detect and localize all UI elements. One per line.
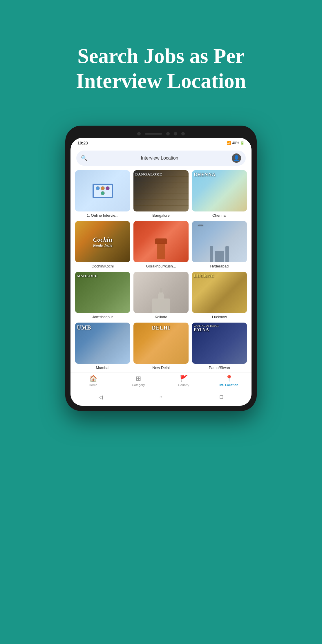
nav-item-int-location[interactable]: 📍 Int. Location [206, 375, 252, 387]
city-bg-online [75, 170, 130, 211]
city-image-lucknow: LUCKNC [192, 272, 247, 313]
nav-item-country[interactable]: 🚩 Country [161, 375, 206, 387]
city-bg-gorakhpur [133, 221, 188, 262]
country-label: Country [178, 383, 189, 387]
city-bg-kolkata [133, 272, 188, 313]
city-image-mumbai: UMB [75, 323, 130, 364]
city-image-hyderabad: ≈≈≈≈ [192, 221, 247, 262]
patna-overlay: CAPITAL OF BIHAR PATNA [194, 324, 219, 332]
city-image-gorakhpur [133, 221, 188, 262]
city-overlay-bangalore: BANGALORE [135, 172, 162, 177]
recents-button[interactable]: □ [217, 393, 225, 401]
city-label: Hyderabad [210, 264, 229, 268]
list-item[interactable]: MSHEDPU Jamshedpur [75, 272, 130, 319]
city-label: Lucknow [212, 315, 227, 319]
camera-hole [137, 132, 141, 135]
birds-icon: ≈≈≈≈ [198, 224, 203, 227]
city-bg-jamshedpur: MSHEDPU [75, 272, 130, 313]
camera-hole-3 [174, 132, 177, 135]
phone-outer: 10:23 📶 40% 🔋 🔍 Interview Location 👤 [65, 126, 257, 411]
city-label: Jamshedpur [92, 315, 113, 319]
city-image-jamshedpur: MSHEDPU [75, 272, 130, 313]
avatar [101, 186, 105, 190]
header-section: Search Jobs as Per Interview Location [0, 0, 322, 126]
city-overlay-newdelhi: DELHI [152, 325, 170, 331]
city-label: Bangalore [152, 213, 169, 218]
city-image-bangalore: BANGALORE [133, 170, 188, 211]
signal-icon: 📶 [227, 141, 231, 145]
list-item[interactable]: CHENNA Chennai [192, 170, 247, 218]
home-icon: 🏠 [89, 375, 97, 382]
building-spire [160, 288, 161, 293]
search-bar[interactable]: 🔍 Interview Location 👤 [76, 151, 246, 166]
list-item[interactable]: LUCKNC Lucknow [192, 272, 247, 319]
city-overlay-mumbai: UMB [77, 324, 91, 331]
city-label: Chennai [212, 213, 226, 218]
phone-top-bar [70, 131, 252, 138]
list-item[interactable]: ≈≈≈≈ Hyderabad [192, 221, 247, 268]
city-label: 1. Online Intervie... [87, 213, 118, 218]
location-icon: 📍 [225, 375, 233, 382]
int-location-label: Int. Location [219, 383, 238, 387]
city-label: Cochin/Kochi [91, 264, 114, 268]
search-placeholder: Interview Location [90, 155, 229, 161]
speaker-slit [145, 133, 162, 135]
charminar-silhouette [210, 246, 229, 262]
city-bg-cochin: Cochin Kerala, India [75, 221, 130, 262]
home-button[interactable]: ○ [157, 393, 165, 401]
cochin-main-text: Cochin [93, 236, 112, 243]
list-item[interactable]: Kolkata [133, 272, 188, 319]
city-overlay-chennai: CHENNA [194, 172, 216, 177]
status-bar: 10:23 📶 40% 🔋 [70, 138, 252, 147]
page-title: Search Jobs as Per Interview Location [17, 20, 305, 111]
phone-inner: 10:23 📶 40% 🔋 🔍 Interview Location 👤 [70, 138, 252, 406]
avatar [106, 186, 110, 190]
list-item[interactable]: CAPITAL OF BIHAR PATNA Patna/Siwan [192, 323, 247, 370]
city-label: Kolkata [155, 315, 167, 319]
city-bg-patna: CAPITAL OF BIHAR PATNA [192, 323, 247, 364]
back-button[interactable]: ◁ [97, 393, 105, 401]
home-label: Home [89, 383, 97, 387]
online-interview-icon [93, 184, 113, 198]
list-item[interactable]: 1. Online Intervie... [75, 170, 130, 218]
status-icons: 📶 40% 🔋 [227, 141, 245, 145]
city-image-newdelhi: DELHI [133, 323, 188, 364]
profile-icon[interactable]: 👤 [232, 153, 241, 163]
nav-item-home[interactable]: 🏠 Home [70, 375, 116, 387]
city-bg-hyderabad: ≈≈≈≈ [192, 221, 247, 262]
city-grid: 1. Online Intervie... BANGALORE Bangalor… [70, 170, 252, 372]
avatar [96, 186, 100, 190]
time-display: 10:23 [77, 141, 88, 145]
city-overlay-lucknow: LUCKNC [194, 274, 214, 278]
city-label: Gorakhpur/kush... [146, 264, 176, 268]
avatar [101, 191, 105, 195]
category-label: Category [132, 383, 145, 387]
list-item[interactable]: DELHI New Delhi [133, 323, 188, 370]
camera-hole-2 [166, 132, 170, 135]
city-label: Patna/Siwan [209, 366, 230, 370]
city-bg-mumbai: UMB [75, 323, 130, 364]
category-icon: ⊞ [136, 375, 141, 382]
country-icon: 🚩 [180, 375, 188, 382]
list-item[interactable]: Gorakhpur/kush... [133, 221, 188, 268]
cochin-text: Cochin Kerala, India [93, 236, 112, 247]
android-nav: ◁ ○ □ [70, 390, 252, 406]
tower-top [155, 238, 167, 244]
city-image-cochin: Cochin Kerala, India [75, 221, 130, 262]
city-bg-chennai: CHENNA [192, 170, 247, 211]
building-base [152, 299, 170, 313]
list-item[interactable]: Cochin Kerala, India Cochin/Kochi [75, 221, 130, 268]
list-item[interactable]: BANGALORE Bangalore [133, 170, 188, 218]
city-image-chennai: CHENNA [192, 170, 247, 211]
laptop-icon [93, 184, 113, 198]
battery-display: 40% [232, 141, 239, 145]
battery-icon: 🔋 [240, 141, 245, 145]
cochin-sub-text: Kerala, India [93, 243, 112, 247]
city-image-kolkata [133, 272, 188, 313]
city-label: New Delhi [152, 366, 169, 370]
city-bg-bangalore: BANGALORE [133, 170, 188, 211]
city-bg-lucknow: LUCKNC [192, 272, 247, 313]
list-item[interactable]: UMB Mumbai [75, 323, 130, 370]
city-image-patna: CAPITAL OF BIHAR PATNA [192, 323, 247, 364]
nav-item-category[interactable]: ⊞ Category [116, 375, 161, 387]
